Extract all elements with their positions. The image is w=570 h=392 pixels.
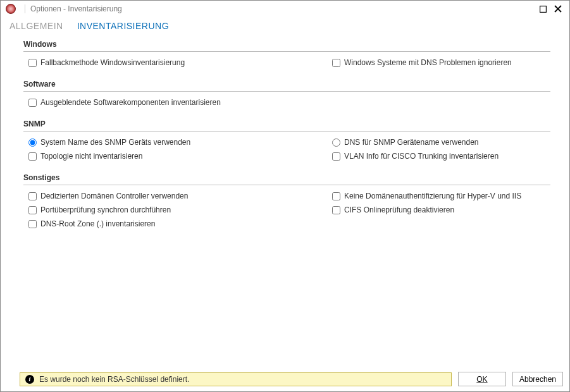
label-ignore-dns[interactable]: Windows Systeme mit DNS Problemen ignori… — [344, 58, 512, 67]
app-icon — [6, 4, 16, 14]
close-button[interactable] — [550, 3, 566, 15]
cancel-button[interactable]: Abbrechen — [512, 372, 563, 386]
titlebar: Optionen - Inventarisierung — [1, 1, 569, 17]
label-snmp-dns-name[interactable]: DNS für SNMP Gerätename verwenden — [344, 138, 479, 147]
label-fallback-windows[interactable]: Fallbackmethode Windowsinventarisierung — [40, 58, 185, 67]
ok-button[interactable]: OK — [458, 372, 506, 386]
title-separator — [25, 4, 25, 13]
label-vlan-cisco[interactable]: VLAN Info für CISCO Trunking inventarisi… — [344, 152, 499, 161]
section-misc-title: Sonstiges — [23, 173, 550, 185]
checkbox-hidden-components[interactable] — [28, 99, 37, 107]
radio-snmp-system-name[interactable] — [28, 138, 37, 147]
section-windows: Windows Fallbackmethode Windowsinventari… — [23, 40, 550, 67]
footer: i Es wurde noch kein RSA-Schlüssel defin… — [1, 368, 569, 391]
option-port-sync[interactable]: Portüberprüfung synchron durchführen — [23, 205, 327, 214]
label-dns-root[interactable]: DNS-Root Zone (.) inventarisieren — [40, 219, 155, 228]
checkbox-cifs-off[interactable] — [332, 206, 340, 214]
option-vlan-cisco[interactable]: VLAN Info für CISCO Trunking inventarisi… — [327, 152, 550, 161]
checkbox-no-domain-auth[interactable] — [332, 192, 340, 200]
label-cifs-off[interactable]: CIFS Onlineprüfung deaktivieren — [344, 205, 454, 214]
info-bar: i Es wurde noch kein RSA-Schlüssel defin… — [20, 372, 452, 386]
checkbox-port-sync[interactable] — [28, 206, 37, 214]
option-ignore-dns[interactable]: Windows Systeme mit DNS Problemen ignori… — [327, 58, 550, 67]
window-title: Optionen - Inventarisierung — [30, 4, 122, 13]
section-windows-title: Windows — [23, 40, 550, 52]
checkbox-vlan-cisco[interactable] — [332, 152, 340, 161]
option-snmp-dns-name[interactable]: DNS für SNMP Gerätename verwenden — [327, 138, 550, 147]
tab-general[interactable]: ALLGEMEIN — [9, 21, 63, 31]
option-snmp-system-name[interactable]: System Name des SNMP Geräts verwenden — [23, 138, 327, 147]
option-dedicated-dc[interactable]: Dedizierten Domänen Controller verwenden — [23, 192, 327, 200]
svg-rect-0 — [540, 6, 546, 12]
section-snmp: SNMP System Name des SNMP Geräts verwend… — [23, 119, 550, 161]
maximize-button[interactable] — [535, 3, 550, 15]
checkbox-fallback-windows[interactable] — [28, 59, 37, 67]
info-text: Es wurde noch kein RSA-Schlüssel definie… — [39, 375, 189, 384]
option-hidden-components[interactable]: Ausgeblendete Softwarekomponenten invent… — [23, 98, 327, 107]
option-dns-root[interactable]: DNS-Root Zone (.) inventarisieren — [23, 219, 327, 228]
section-software-title: Software — [23, 80, 550, 92]
label-snmp-system-name[interactable]: System Name des SNMP Geräts verwenden — [40, 138, 190, 147]
checkbox-dedicated-dc[interactable] — [28, 192, 37, 200]
label-hidden-components[interactable]: Ausgeblendete Softwarekomponenten invent… — [40, 98, 221, 107]
option-cifs-off[interactable]: CIFS Onlineprüfung deaktivieren — [327, 205, 550, 214]
option-fallback-windows[interactable]: Fallbackmethode Windowsinventarisierung — [23, 58, 327, 67]
label-no-domain-auth[interactable]: Keine Domänenauthentifizierung für Hyper… — [344, 192, 521, 200]
section-misc: Sonstiges Dedizierten Domänen Controller… — [23, 173, 550, 228]
section-snmp-title: SNMP — [23, 119, 550, 132]
tab-inventory[interactable]: INVENTARISIERUNG — [77, 21, 169, 31]
label-dedicated-dc[interactable]: Dedizierten Domänen Controller verwenden — [40, 192, 188, 200]
radio-snmp-dns-name[interactable] — [332, 138, 340, 147]
checkbox-dns-root[interactable] — [28, 220, 37, 228]
option-no-domain-auth[interactable]: Keine Domänenauthentifizierung für Hyper… — [327, 192, 550, 200]
label-port-sync[interactable]: Portüberprüfung synchron durchführen — [40, 205, 171, 214]
content: Windows Fallbackmethode Windowsinventari… — [1, 37, 569, 368]
section-software: Software Ausgeblendete Softwarekomponent… — [23, 80, 550, 107]
checkbox-no-topology[interactable] — [28, 152, 37, 161]
label-no-topology[interactable]: Topologie nicht inventarisieren — [40, 152, 142, 161]
info-icon: i — [25, 375, 34, 384]
tabstrip: ALLGEMEIN INVENTARISIERUNG — [1, 17, 569, 37]
option-no-topology[interactable]: Topologie nicht inventarisieren — [23, 152, 327, 161]
checkbox-ignore-dns[interactable] — [332, 59, 340, 67]
